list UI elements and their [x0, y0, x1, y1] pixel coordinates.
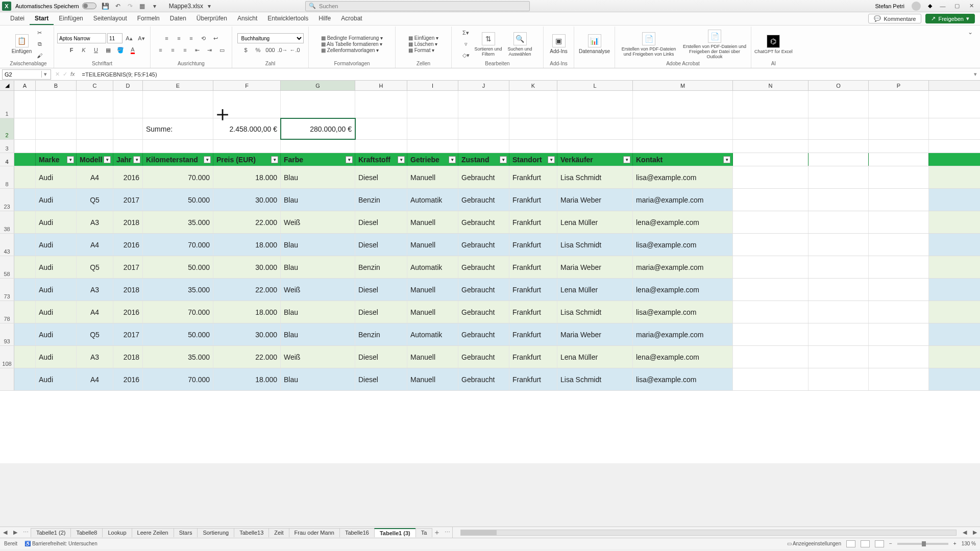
- cell[interactable]: Gebraucht: [458, 279, 509, 300]
- decrease-indent-icon[interactable]: ⇤: [192, 45, 203, 55]
- cell[interactable]: Maria Weber: [557, 323, 633, 345]
- clear-icon[interactable]: ◇▾: [460, 51, 472, 61]
- cell[interactable]: [213, 91, 281, 118]
- format-cells-button[interactable]: ▦ Format ▾: [408, 47, 434, 53]
- table-header-kontakt[interactable]: Kontakt▾: [633, 153, 733, 166]
- cell[interactable]: 22.000: [213, 279, 281, 300]
- menu-tab-überprüfen[interactable]: Überprüfen: [191, 13, 232, 25]
- cell[interactable]: Lisa Schmidt: [557, 234, 633, 256]
- row-header[interactable]: 8: [0, 166, 14, 188]
- cell[interactable]: Frankfurt: [509, 301, 557, 323]
- cell[interactable]: Gebraucht: [458, 368, 509, 390]
- filter-icon[interactable]: ▾: [398, 156, 405, 163]
- cell[interactable]: [733, 211, 808, 233]
- zoom-in-icon[interactable]: +: [953, 541, 957, 546]
- cell[interactable]: [869, 118, 929, 139]
- sheet-nav-next-icon[interactable]: ▶: [10, 529, 20, 536]
- cell[interactable]: [557, 140, 633, 153]
- cell[interactable]: A4: [77, 234, 113, 256]
- zoom-level[interactable]: 130 %: [962, 541, 976, 546]
- cell[interactable]: lena@example.com: [633, 279, 733, 300]
- sheet-tab[interactable]: Stars: [174, 528, 198, 537]
- comments-button[interactable]: 💬 Kommentare: [868, 14, 921, 23]
- insert-cells-button[interactable]: ▦ Einfügen ▾: [408, 35, 438, 41]
- cell[interactable]: Summe:: [143, 118, 213, 139]
- sheet-overflow-icon[interactable]: ⋯: [442, 529, 452, 536]
- cell[interactable]: [808, 301, 869, 323]
- cell[interactable]: Frankfurt: [509, 368, 557, 390]
- cell[interactable]: [14, 368, 36, 390]
- cell[interactable]: [14, 346, 36, 368]
- cell[interactable]: Frankfurt: [509, 166, 557, 188]
- cell[interactable]: Lena Müller: [557, 346, 633, 368]
- normal-view-icon[interactable]: [846, 540, 855, 547]
- cell[interactable]: [633, 140, 733, 153]
- cell[interactable]: [14, 211, 36, 233]
- cell[interactable]: lena@example.com: [633, 211, 733, 233]
- filter-icon[interactable]: ▾: [449, 156, 456, 163]
- cell[interactable]: Blau: [281, 256, 355, 278]
- cell[interactable]: Blau: [281, 323, 355, 345]
- cell[interactable]: Manuell: [407, 368, 458, 390]
- cell[interactable]: [808, 140, 869, 153]
- cell[interactable]: [77, 118, 113, 139]
- cell[interactable]: [808, 368, 869, 390]
- paste-button[interactable]: 📋 Einfügen: [12, 34, 32, 54]
- table-header-kraftstoff[interactable]: Kraftstoff▾: [355, 153, 407, 166]
- close-icon[interactable]: ✕: [968, 3, 975, 10]
- minimize-icon[interactable]: —: [939, 3, 946, 10]
- cell[interactable]: [733, 118, 808, 139]
- cell[interactable]: [733, 256, 808, 278]
- cell[interactable]: Diesel: [355, 234, 407, 256]
- cell[interactable]: [77, 140, 113, 153]
- column-header-L[interactable]: L: [557, 81, 633, 90]
- cell[interactable]: 18.000: [213, 234, 281, 256]
- cell[interactable]: 18.000: [213, 301, 281, 323]
- cell[interactable]: Benzin: [355, 189, 407, 211]
- cell[interactable]: Q5: [77, 323, 113, 345]
- cell[interactable]: Weiß: [281, 211, 355, 233]
- cell[interactable]: 2016: [113, 166, 143, 188]
- font-size-select[interactable]: [107, 33, 122, 43]
- cell[interactable]: [458, 91, 509, 118]
- cell[interactable]: 2018: [113, 346, 143, 368]
- cell[interactable]: 2018: [113, 211, 143, 233]
- cell[interactable]: 30.000: [213, 189, 281, 211]
- cell[interactable]: maria@example.com: [633, 323, 733, 345]
- select-all-corner[interactable]: ◢: [0, 81, 14, 90]
- cell[interactable]: [869, 140, 929, 153]
- cell[interactable]: Frankfurt: [509, 323, 557, 345]
- filter-icon[interactable]: ▾: [271, 156, 278, 163]
- cell[interactable]: Frankfurt: [509, 211, 557, 233]
- cell[interactable]: [733, 346, 808, 368]
- cell[interactable]: A4: [77, 166, 113, 188]
- cell[interactable]: [14, 153, 36, 166]
- cell[interactable]: A4: [77, 368, 113, 390]
- cell[interactable]: [808, 279, 869, 300]
- sheet-nav-more-icon[interactable]: ⋯: [20, 529, 31, 536]
- cell[interactable]: Diesel: [355, 301, 407, 323]
- zoom-out-icon[interactable]: −: [889, 541, 892, 546]
- cell[interactable]: Manuell: [407, 166, 458, 188]
- cell-styles-button[interactable]: ▦ Zellenformatvorlagen ▾: [321, 47, 379, 53]
- scroll-right-icon[interactable]: ▶: [970, 529, 980, 536]
- cell[interactable]: [808, 189, 869, 211]
- cell[interactable]: Audi: [36, 189, 77, 211]
- cell[interactable]: lisa@example.com: [633, 234, 733, 256]
- sheet-tab[interactable]: Ta: [415, 528, 433, 537]
- cell[interactable]: Benzin: [355, 323, 407, 345]
- format-as-table-button[interactable]: ▦ Als Tabelle formatieren ▾: [321, 41, 383, 47]
- cell[interactable]: [14, 301, 36, 323]
- cell[interactable]: Frankfurt: [509, 189, 557, 211]
- cell[interactable]: 22.000: [213, 211, 281, 233]
- cell[interactable]: [14, 91, 36, 118]
- fill-color-icon[interactable]: 🪣: [115, 45, 126, 55]
- cell[interactable]: [36, 91, 77, 118]
- cell[interactable]: [869, 368, 929, 390]
- table-header-getriebe[interactable]: Getriebe▾: [407, 153, 458, 166]
- cell[interactable]: Weiß: [281, 279, 355, 300]
- cell[interactable]: [14, 323, 36, 345]
- cell[interactable]: Gebraucht: [458, 323, 509, 345]
- cell[interactable]: 35.000: [143, 279, 213, 300]
- cell[interactable]: [14, 140, 36, 153]
